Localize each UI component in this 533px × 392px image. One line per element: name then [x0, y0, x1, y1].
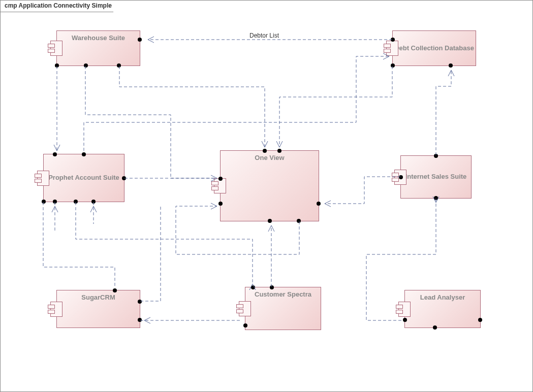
- component-label: Debt Collection Database: [394, 44, 474, 52]
- component-warehouse-suite[interactable]: Warehouse Suite: [56, 30, 140, 66]
- component-label: SugarCRM: [81, 293, 115, 302]
- component-customer-spectra[interactable]: Customer Spectra: [245, 287, 321, 330]
- component-icon: [386, 41, 398, 56]
- component-label: One View: [255, 154, 284, 162]
- connection-label-debtor-list: Debtor List: [249, 32, 279, 39]
- component-debt-collection-database[interactable]: Debt Collection Database: [392, 30, 476, 66]
- component-icon: [37, 171, 49, 186]
- component-one-view[interactable]: One View: [220, 150, 319, 221]
- component-icon: [50, 302, 62, 317]
- component-label: Customer Spectra: [255, 290, 311, 299]
- component-sugarcrm[interactable]: SugarCRM: [56, 290, 140, 328]
- component-label: Warehouse Suite: [72, 34, 125, 42]
- component-prophet-account-suite[interactable]: Prophet Account Suite: [43, 154, 124, 202]
- component-internet-sales-suite[interactable]: Internet Sales Suite: [400, 155, 472, 199]
- component-label: Internet Sales Suite: [405, 173, 467, 181]
- component-icon: [239, 301, 251, 316]
- component-label: Prophet Account Suite: [48, 174, 119, 182]
- component-lead-analyser[interactable]: Lead Analyser: [404, 290, 481, 328]
- component-label: Lead Analyser: [420, 293, 465, 302]
- diagram-title: cmp Application Connectivity Simple: [0, 0, 118, 12]
- diagram-frame: cmp Application Connectivity Simple Ware…: [0, 0, 533, 392]
- component-icon: [50, 41, 62, 56]
- component-icon: [398, 302, 411, 317]
